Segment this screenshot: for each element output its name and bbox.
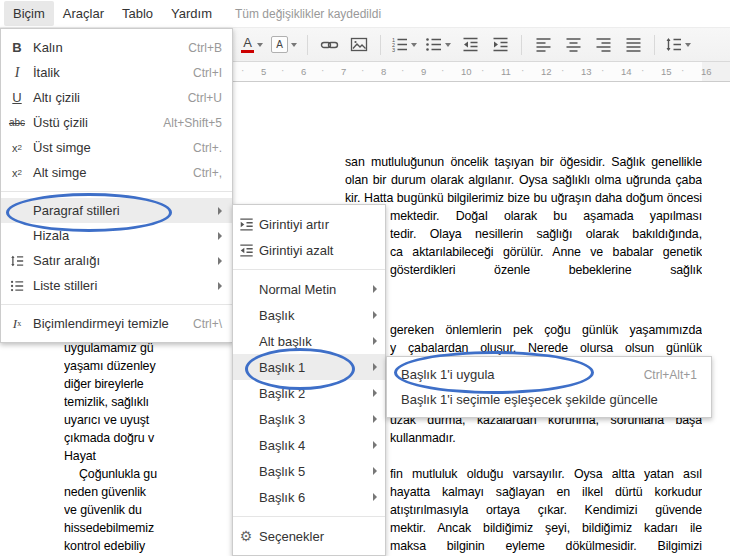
menu-item-satir-araligi[interactable]: Satır aralığı	[1, 248, 232, 273]
chevron-down-icon	[445, 43, 451, 47]
menu-item-baslik[interactable]: Başlık	[233, 302, 385, 328]
subscript-icon: x2	[1, 167, 33, 179]
doc-line: mektir. Ancak bildiğimiz şeyi, bildiğimi…	[390, 521, 702, 539]
menu-separator	[1, 191, 232, 192]
menu-item-ustu-cizili[interactable]: abc Üstü çizili Alt+Shift+5	[1, 110, 232, 135]
menu-separator	[1, 304, 232, 305]
menu-item-liste-stilleri[interactable]: Liste stilleri	[1, 273, 232, 298]
heading1-menu: Başlık 1'i uygula Ctrl+Alt+1 Başlık 1'i …	[386, 356, 712, 418]
menu-item-baslik-4[interactable]: Başlık 4	[233, 432, 385, 458]
doc-line: çıkmada doğru v	[64, 431, 224, 449]
doc-line: atıştırılmasıyla ortaya çıkar. Kendimizi…	[390, 503, 702, 521]
highlight-color-button[interactable]: A	[268, 33, 300, 57]
doc-line: neden güvenlik	[64, 485, 224, 503]
bulleted-list-button[interactable]	[422, 33, 454, 57]
image-icon	[350, 36, 368, 53]
menu-item-baslik-2[interactable]: Başlık 2	[233, 380, 385, 406]
gear-icon: ⚙	[233, 528, 259, 544]
underline-icon: U	[1, 90, 33, 105]
menu-item-baslik-1-guncelle[interactable]: Başlık 1'i seçimle eşleşecek şekilde gün…	[387, 387, 711, 412]
toolbar-separator	[380, 35, 381, 55]
insert-link-button[interactable]	[315, 33, 343, 57]
menu-item-italik[interactable]: I İtalik Ctrl+I	[1, 60, 232, 85]
svg-text:3: 3	[392, 47, 395, 53]
submenu-arrow-icon	[218, 282, 222, 290]
menu-item-baslik-5[interactable]: Başlık 5	[233, 458, 385, 484]
menu-yardim[interactable]: Yardım	[162, 1, 221, 26]
menu-item-girintiyi-artir[interactable]: Girintiyi artır	[233, 211, 385, 237]
highlight-color-icon: A	[271, 36, 288, 53]
link-icon	[320, 36, 339, 54]
submenu-arrow-icon	[218, 257, 222, 265]
doc-line: fin mutluluk olduğu varsayılır. Oysa alt…	[390, 467, 702, 485]
numbered-list-button[interactable]: 123	[388, 33, 420, 57]
submenu-arrow-icon	[373, 441, 377, 449]
menu-araclar[interactable]: Araçlar	[54, 1, 113, 26]
paragraph-block: mektedir. Doğal olarak bu aşamada yapılm…	[390, 209, 702, 281]
menu-item-girintiyi-azalt[interactable]: Girintiyi azalt	[233, 237, 385, 263]
save-status: Tüm değişiklikler kaydedildi	[235, 7, 381, 21]
menu-item-normal-metin[interactable]: Normal Metin	[233, 276, 385, 302]
align-center-icon	[565, 36, 582, 53]
menu-item-baslik-6[interactable]: Başlık 6	[233, 484, 385, 510]
menu-item-hizala[interactable]: Hizala	[1, 223, 232, 248]
menu-bicim[interactable]: Biçim	[4, 1, 54, 26]
menu-item-alti-cizili[interactable]: U Altı çizili Ctrl+U	[1, 85, 232, 110]
align-right-button[interactable]	[589, 33, 617, 57]
submenu-arrow-icon	[373, 389, 377, 397]
strikethrough-icon: abc	[1, 117, 33, 128]
line-spacing-icon	[1, 254, 33, 268]
chevron-down-icon	[257, 43, 263, 47]
indent-increase-button[interactable]	[486, 33, 514, 57]
submenu-arrow-icon	[373, 311, 377, 319]
doc-line: hissedebilmemiz	[64, 521, 224, 539]
submenu-arrow-icon	[373, 467, 377, 475]
paragraph-styles-menu: Girintiyi artır Girintiyi azalt Normal M…	[232, 204, 386, 556]
doc-line: gereken önlemlerin pek çoğu günlük yaşam…	[390, 323, 702, 341]
menu-separator	[233, 269, 385, 270]
menu-item-alt-baslik[interactable]: Alt başlık	[233, 328, 385, 354]
list-styles-icon	[1, 279, 33, 293]
doc-line: uygulamamız gü	[64, 341, 224, 359]
doc-line: olan bir durum olarak algılanır. Oysa sa…	[345, 173, 702, 191]
menu-item-alt-simge[interactable]: x2 Alt simge Ctrl+,	[1, 160, 232, 185]
toolbar-separator	[307, 35, 308, 55]
paragraph-block: san mutluluğunun öncelik taşıyan bir öğe…	[345, 155, 702, 209]
submenu-arrow-icon	[373, 493, 377, 501]
doc-line: san mutluluğunun öncelik taşıyan bir öğe…	[345, 155, 702, 173]
doc-line: tedir. Olaya nesillerin sağlığı olarak b…	[390, 227, 702, 245]
align-justify-button[interactable]	[619, 33, 647, 57]
doc-line: kir. Hatta bugünkü bilgilerimiz bize bu …	[345, 191, 702, 209]
indent-increase-icon	[492, 36, 509, 53]
chevron-down-icon	[291, 43, 297, 47]
menubar: Biçim Araçlar Tablo Yardım Tüm değişikli…	[0, 0, 730, 28]
submenu-arrow-icon	[373, 415, 377, 423]
menu-item-baslik-3[interactable]: Başlık 3	[233, 406, 385, 432]
superscript-icon: x2	[1, 142, 33, 154]
menu-item-kalin[interactable]: B Kalın Ctrl+B	[1, 35, 232, 60]
indent-decrease-icon	[462, 36, 479, 53]
doc-line: kullanmadır.	[390, 431, 702, 449]
menu-separator	[233, 516, 385, 517]
toolbar-separator	[654, 35, 655, 55]
doc-line: mektedir. Doğal olarak bu aşamada yapılm…	[390, 209, 702, 227]
indent-decrease-icon	[233, 243, 259, 258]
text-color-button[interactable]: A	[238, 33, 266, 57]
format-menu: B Kalın Ctrl+B I İtalik Ctrl+I U Altı çi…	[0, 28, 233, 343]
submenu-arrow-icon	[218, 207, 222, 215]
clear-formatting-icon: Ix	[1, 316, 33, 332]
line-spacing-button[interactable]	[662, 33, 694, 57]
menu-item-paragraf-stilleri[interactable]: Paragraf stilleri	[1, 198, 232, 223]
align-center-button[interactable]	[559, 33, 587, 57]
indent-decrease-button[interactable]	[456, 33, 484, 57]
menu-item-baslik-1-uygula[interactable]: Başlık 1'i uygula Ctrl+Alt+1	[387, 362, 711, 387]
menu-item-secenekler[interactable]: ⚙ Seçenekler	[233, 523, 385, 549]
menu-item-baslik-1[interactable]: Başlık 1	[233, 354, 385, 380]
menu-tablo[interactable]: Tablo	[113, 1, 162, 26]
submenu-arrow-icon	[218, 232, 222, 240]
doc-line: yaşamı düzenley	[64, 359, 224, 377]
insert-image-button[interactable]	[345, 33, 373, 57]
menu-item-bicimlendirmeyi-temizle[interactable]: Ix Biçimlendirmeyi temizle Ctrl+\	[1, 311, 232, 336]
align-left-button[interactable]	[529, 33, 557, 57]
menu-item-ust-simge[interactable]: x2 Üst simge Ctrl+.	[1, 135, 232, 160]
